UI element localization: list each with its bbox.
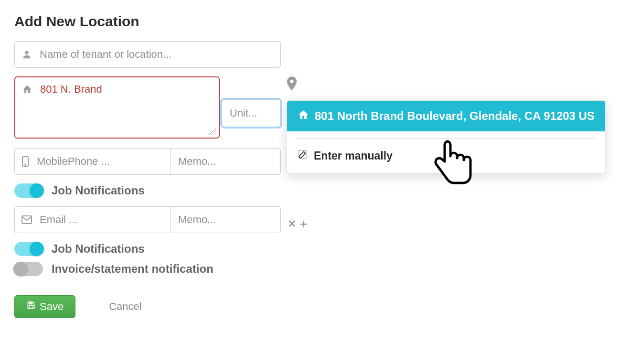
address-suggestion-item[interactable]: 801 North Brand Boulevard, Glendale, CA …: [287, 101, 605, 131]
save-button-label: Save: [40, 300, 64, 313]
invoice-notification-label: Invoice/statement notification: [52, 262, 213, 276]
invoice-notification-toggle[interactable]: [14, 262, 43, 276]
phone-memo-input[interactable]: [177, 155, 274, 168]
page-title: Add New Location: [14, 13, 605, 30]
email-add-button[interactable]: +: [300, 217, 307, 232]
phone-job-notifications-toggle[interactable]: [14, 183, 43, 198]
unit-field[interactable]: [222, 99, 281, 127]
tenant-name-input[interactable]: [39, 48, 274, 61]
cancel-button[interactable]: Cancel: [109, 300, 141, 313]
email-memo-input[interactable]: [177, 213, 274, 226]
email-remove-button[interactable]: ✕: [288, 218, 296, 230]
email-field[interactable]: [14, 206, 170, 233]
enter-manually-label: Enter manually: [314, 150, 393, 162]
svg-point-2: [25, 164, 26, 165]
home-icon: [298, 109, 309, 123]
address-field[interactable]: 801 N. Brand: [14, 76, 220, 139]
tenant-name-field[interactable]: [14, 41, 281, 68]
address-suggestion-popup: 801 North Brand Boulevard, Glendale, CA …: [287, 100, 606, 173]
email-input[interactable]: [39, 213, 163, 226]
phone-memo-field[interactable]: [170, 148, 281, 175]
unit-input[interactable]: [229, 107, 274, 120]
mobile-phone-input[interactable]: [36, 155, 163, 168]
svg-rect-4: [29, 302, 32, 304]
person-icon: [21, 49, 32, 60]
save-icon: [26, 300, 36, 313]
email-job-notifications-toggle[interactable]: [14, 242, 43, 256]
save-button[interactable]: Save: [14, 295, 75, 318]
svg-rect-6: [299, 150, 307, 159]
address-suggestion-text: 801 North Brand Boulevard, Glendale, CA …: [315, 109, 595, 123]
address-input[interactable]: 801 N. Brand: [39, 82, 212, 133]
enter-manually-button[interactable]: Enter manually: [287, 139, 605, 173]
phone-job-notifications-label: Job Notifications: [52, 184, 145, 197]
edit-icon: [298, 149, 308, 162]
email-memo-field[interactable]: [170, 206, 281, 233]
home-icon: [22, 84, 32, 96]
svg-rect-5: [29, 306, 33, 309]
envelope-icon: [21, 215, 32, 224]
mobile-icon: [21, 156, 29, 167]
map-pin-icon: [287, 76, 297, 93]
email-job-notifications-label: Job Notifications: [52, 242, 145, 256]
svg-point-0: [25, 51, 28, 54]
mobile-phone-field[interactable]: [14, 148, 170, 175]
